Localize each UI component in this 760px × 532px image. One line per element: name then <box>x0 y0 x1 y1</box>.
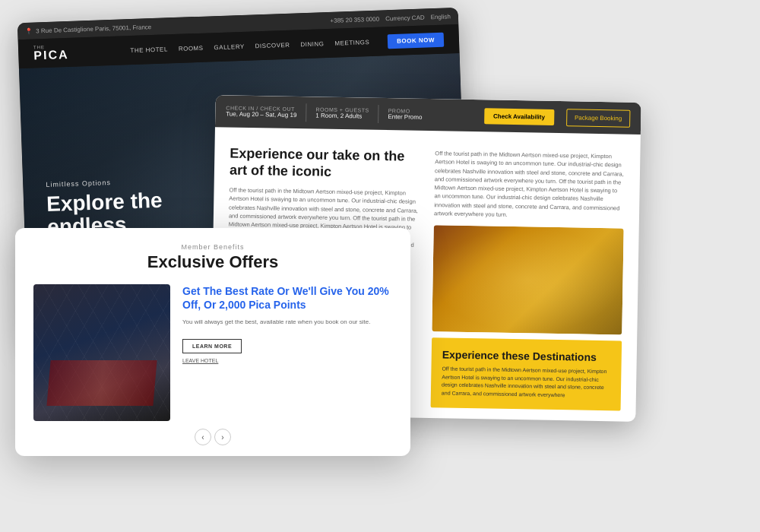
offer-photo-bg <box>33 284 170 421</box>
check-availability-button[interactable]: Check Availability <box>484 108 554 125</box>
offer-photo-accent <box>46 360 157 406</box>
checkin-field: CHECK IN / CHECK OUT Tue, Aug 20 – Sat, … <box>226 105 296 119</box>
article-right-column: Off the tourist path in the Midtown Aert… <box>431 149 625 403</box>
learn-more-button[interactable]: LEARN MORE <box>182 339 242 353</box>
article-image <box>432 225 623 334</box>
hotel-address: 3 Rue De Castiglione Paris, 75001, Franc… <box>36 24 151 34</box>
rooms-value[interactable]: 1 Room, 2 Adults <box>315 112 369 119</box>
exclusive-offers-title: Exclusive Offers <box>33 252 392 272</box>
offer-text-block: Get The Best Rate Or We'll Give You 20% … <box>182 284 392 363</box>
nav-meetings[interactable]: MEETINGS <box>334 39 369 47</box>
promo-value[interactable]: Enter Promo <box>388 113 422 121</box>
nav-hotel[interactable]: THE HOTEL <box>130 46 168 54</box>
language-selector[interactable]: English <box>430 13 451 21</box>
separator <box>306 103 306 122</box>
currency-selector[interactable]: Currency CAD <box>385 14 425 22</box>
nav-links: THE HOTEL ROOMS GALLERY DISCOVER DINING … <box>130 32 444 57</box>
member-benefits-label: Member Benefits <box>33 243 392 251</box>
offer-description: You will always get the best, available … <box>182 318 392 327</box>
rooms-field: ROOMS + GUESTS 1 Room, 2 Adults <box>315 106 369 119</box>
promo-field: PROMO Enter Promo <box>388 108 422 121</box>
leave-hotel-link[interactable]: LEAVE HOTEL <box>182 358 392 363</box>
checkin-value[interactable]: Tue, Aug 20 – Sat, Aug 19 <box>226 110 296 119</box>
package-booking-button[interactable]: Package Booking <box>566 109 631 127</box>
destination-title: Experience these Destinations <box>442 348 611 363</box>
destination-box: Experience these Destinations Off the to… <box>431 337 622 410</box>
offer-navigation: ‹ › <box>33 429 392 445</box>
next-offer-button[interactable]: › <box>214 429 231 445</box>
offer-heading: Get The Best Rate Or We'll Give You 20% … <box>182 284 392 312</box>
article-image-bg <box>432 225 623 334</box>
article-image-overlay <box>432 225 623 334</box>
prev-offer-button[interactable]: ‹ <box>195 429 211 445</box>
exclusive-offers-card: Member Benefits Exclusive Offers Get The… <box>15 228 410 456</box>
nav-rooms[interactable]: ROOMS <box>179 44 204 52</box>
nav-discover[interactable]: DISCOVER <box>255 41 290 49</box>
offer-photo <box>33 284 170 421</box>
destination-text: Off the tourist path in the Midtown Aert… <box>442 365 611 400</box>
logo-bottom: PICA <box>33 49 69 62</box>
article-text-right: Off the tourist path in the Midtown Aert… <box>434 149 625 220</box>
separator-2 <box>378 105 378 123</box>
hotel-logo: THE PICA <box>33 44 69 62</box>
article-title: Experience our take on the art of the ic… <box>230 145 420 182</box>
nav-dining[interactable]: DINING <box>300 40 324 48</box>
book-now-button[interactable]: BOOK NOW <box>388 32 444 49</box>
nav-gallery[interactable]: GALLERY <box>214 43 245 50</box>
offer-content: Get The Best Rate Or We'll Give You 20% … <box>33 284 392 421</box>
location-icon: 📍 <box>25 27 33 34</box>
phone-number: +385 20 353 0000 <box>330 15 379 24</box>
card-front-inner: Member Benefits Exclusive Offers Get The… <box>15 228 410 456</box>
